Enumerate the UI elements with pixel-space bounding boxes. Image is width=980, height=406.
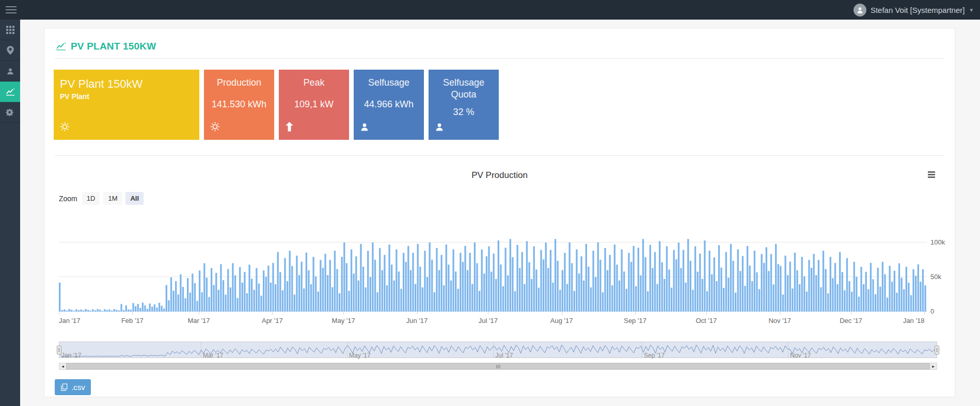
export-menu-icon[interactable] [926, 168, 937, 181]
chart-title: PV Production [55, 170, 944, 181]
tile-peak[interactable]: Peak 109,1 kW [279, 70, 349, 140]
line-chart-icon [6, 88, 15, 96]
user-name: Stefan Voit [Systempartner] [871, 6, 965, 14]
sidebar-item-dashboard[interactable] [0, 20, 20, 40]
gears-icon [6, 108, 14, 116]
x-axis-tick [635, 312, 636, 315]
navigator-label: Jul '17 [495, 352, 513, 359]
sidebar-item-users[interactable] [0, 61, 20, 82]
x-axis-tick [199, 312, 199, 315]
x-axis-label: Feb '17 [121, 317, 144, 324]
navigator-handle-right[interactable] [935, 346, 939, 354]
person-icon [856, 6, 864, 14]
navigator[interactable]: Jan '17Mar '17May '17Jul '17Sep '17Nov '… [59, 342, 937, 358]
range-button-1m[interactable]: 1M [103, 192, 122, 205]
x-axis-label: Dec '17 [840, 317, 862, 324]
sidebar [0, 20, 20, 406]
x-axis-label: Mar '17 [187, 317, 210, 324]
bars-series [59, 223, 927, 312]
scrollbar-thumb[interactable] [66, 363, 930, 369]
y-tick-0: 0 [927, 307, 945, 315]
content-area: PV PLANT 150KW PV Plant 150kW PV Plant P… [20, 20, 980, 406]
divider [55, 58, 944, 59]
navigator-label: Jan '17 [61, 352, 81, 359]
chevron-down-icon: ▾ [970, 7, 973, 13]
x-axis-label: Apr '17 [262, 317, 283, 324]
tile-selfusage[interactable]: Selfusage 44.966 kWh [354, 70, 424, 140]
map-pin-icon [7, 46, 14, 55]
x-axis-label: Oct '17 [696, 317, 717, 324]
tile-production[interactable]: Production 141.530 kWh [204, 70, 274, 140]
navigator-gridline [642, 342, 642, 358]
x-axis-label: Aug '17 [550, 317, 573, 324]
tile-title: Selfusage Quota [435, 77, 493, 100]
y-tick-50k: 50k [927, 273, 945, 281]
scrollbar[interactable]: ◂ ▸ [59, 363, 937, 370]
tile-title: PV Plant 150kW [60, 77, 193, 91]
tile-value: 44.966 kWh [360, 99, 418, 110]
range-button-all[interactable]: All [125, 192, 144, 205]
x-axis-label: Nov '17 [768, 317, 791, 324]
sidebar-item-locations[interactable] [0, 40, 20, 61]
sidebar-item-analytics[interactable] [0, 82, 20, 102]
pv-production-chart: PV Production Zoom 1D 1M All 100k 50k 0 … [55, 155, 944, 395]
navigator-handle-left[interactable] [57, 346, 61, 354]
user-menu[interactable]: Stefan Voit [Systempartner] ▾ [853, 4, 973, 17]
x-axis-label: Jul '17 [479, 317, 498, 324]
x-axis-tick [272, 312, 273, 315]
zoom-label: Zoom [59, 194, 77, 203]
avatar [853, 4, 866, 17]
tile-title: Selfusage [360, 77, 418, 89]
x-axis-tick [562, 312, 562, 315]
x-axis-tick [780, 312, 780, 315]
grid-icon [6, 26, 14, 34]
tile-value: 141.530 kWh [210, 99, 268, 110]
navigator-label: Nov '17 [790, 352, 811, 359]
x-axis-tick [59, 312, 59, 315]
navigator-label: Sep '17 [644, 352, 665, 359]
tile-pv-plant[interactable]: PV Plant 150kW PV Plant [54, 70, 199, 140]
tile-title: Production [210, 77, 268, 89]
navigator-gridline [788, 342, 788, 358]
range-selector: Zoom 1D 1M All [59, 192, 944, 205]
person-icon [360, 122, 369, 134]
sidebar-item-settings[interactable] [0, 102, 20, 123]
tile-selfusage-quota[interactable]: Selfusage Quota 32 % [429, 70, 499, 140]
sun-icon [60, 122, 70, 134]
pv-plant-panel: PV PLANT 150KW PV Plant 150kW PV Plant P… [44, 28, 955, 397]
topbar: Stefan Voit [Systempartner] ▾ [0, 0, 980, 20]
csv-export-button[interactable]: .csv [55, 379, 91, 395]
x-axis-tick [132, 312, 133, 315]
x-axis-labels: Jan '17Feb '17Mar '17Apr '17May '17Jun '… [59, 316, 927, 328]
plot-area: 100k 50k 0 [59, 223, 927, 312]
navigator-gridline [201, 342, 201, 358]
page-title: PV PLANT 150KW [71, 41, 156, 52]
range-button-1d[interactable]: 1D [82, 192, 100, 205]
tile-value: 32 % [435, 107, 493, 118]
navigator-gridline [347, 342, 347, 358]
x-axis-tick [706, 312, 707, 315]
tile-subtitle: PV Plant [60, 92, 193, 101]
x-axis-label: Jan '17 [59, 317, 81, 324]
scrollbar-right-arrow[interactable]: ▸ [930, 363, 937, 369]
x-axis-label: Sep '17 [624, 317, 646, 324]
x-axis-tick [851, 312, 851, 315]
scrollbar-left-arrow[interactable]: ◂ [59, 363, 66, 369]
x-axis-tick [488, 312, 488, 315]
x-axis-label: Jun '17 [406, 317, 428, 324]
hamburger-menu-icon[interactable] [6, 4, 17, 15]
navigator-gridline [493, 342, 494, 358]
tile-title: Peak [285, 77, 343, 89]
y-tick-100k: 100k [927, 238, 945, 246]
x-axis-tick [924, 312, 925, 315]
csv-button-label: .csv [71, 383, 85, 392]
arrow-up-icon [285, 122, 294, 134]
kpi-tiles: PV Plant 150kW PV Plant Production 141.5… [54, 70, 944, 140]
x-axis-tick [343, 312, 344, 315]
navigator-label: May '17 [349, 352, 371, 359]
x-axis-label: Jan '18 [903, 317, 925, 324]
x-axis-label: May '17 [332, 317, 355, 324]
navigator-label: Mar '17 [203, 352, 224, 359]
scrollbar-grip-icon [496, 365, 500, 368]
x-axis-tick [417, 312, 418, 315]
